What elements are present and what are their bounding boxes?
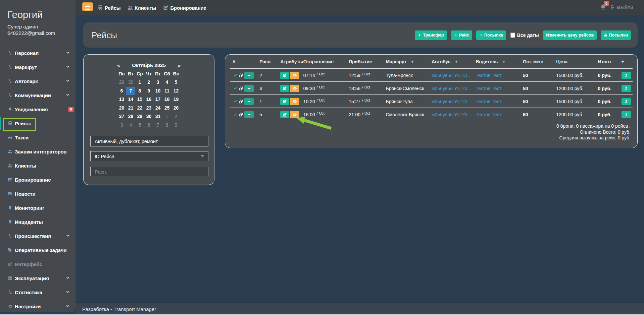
- sidebar-item-происшествия[interactable]: Происшествия: [0, 229, 76, 243]
- status-filter-select[interactable]: Активный, дубликат, ремонт: [90, 136, 208, 146]
- calendar-day[interactable]: 5: [171, 78, 181, 87]
- sidebar-item-эксплуатация[interactable]: Эксплуатация: [0, 271, 76, 285]
- calendar-day[interactable]: 10: [153, 87, 162, 96]
- row-levelup-button[interactable]: [622, 85, 631, 92]
- calendar-day[interactable]: 14: [126, 95, 135, 104]
- calendar-day[interactable]: 29: [135, 112, 144, 121]
- calendar-day[interactable]: 15: [135, 95, 144, 104]
- calendar-day[interactable]: 25: [162, 104, 171, 113]
- sidebar-item-рейсы[interactable]: Рейсы: [0, 116, 76, 130]
- calendar-day[interactable]: 21: [126, 104, 135, 113]
- driver-link[interactable]: Тестов Тест: [476, 112, 520, 117]
- row-add-button[interactable]: [244, 85, 254, 92]
- checkbox-box[interactable]: [510, 33, 515, 38]
- calendar-day[interactable]: 28: [126, 112, 135, 121]
- calendar-day[interactable]: 16: [144, 95, 153, 104]
- add-parcel-button[interactable]: Посылка: [476, 30, 506, 40]
- bus-link[interactable]: м056уе56 YUTON...: [432, 99, 473, 104]
- row-levelup-button[interactable]: [622, 111, 631, 118]
- calendar-day[interactable]: 1: [135, 78, 144, 87]
- calendar-day[interactable]: 12: [171, 87, 181, 96]
- calendar-day[interactable]: 23: [144, 104, 153, 113]
- sidebar-item-коммуникации[interactable]: Коммуникации: [0, 88, 76, 102]
- calendar-day[interactable]: 20: [117, 104, 126, 113]
- rasp-input[interactable]: [90, 167, 208, 176]
- view-trip-button[interactable]: [290, 98, 299, 105]
- nav-item-рейсы[interactable]: Рейсы: [98, 5, 120, 11]
- sidebar-item-бронирование[interactable]: Бронирование: [0, 173, 76, 187]
- view-trip-button[interactable]: [290, 111, 299, 118]
- calendar-day[interactable]: 3: [117, 121, 126, 130]
- bus-link[interactable]: м056уе56 YUTON...: [432, 112, 473, 117]
- calendar-day[interactable]: 11: [162, 87, 171, 96]
- sidebar-item-оперативные-задачи[interactable]: Оперативные задачи: [0, 243, 76, 257]
- sidebar-item-уведомления[interactable]: Уведомления0: [0, 102, 76, 116]
- parcels-button[interactable]: Посылки: [601, 30, 631, 40]
- edit-trip-button[interactable]: [280, 111, 289, 118]
- hamburger-menu-button[interactable]: [82, 2, 93, 11]
- edit-trip-button[interactable]: [280, 85, 289, 92]
- calendar-day[interactable]: 17: [153, 95, 162, 104]
- add-transfer-button[interactable]: Трансфер: [415, 30, 447, 40]
- calendar-day[interactable]: 2: [144, 78, 153, 87]
- calendar-day[interactable]: 7: [153, 121, 162, 130]
- row-add-button[interactable]: [244, 111, 254, 118]
- calendar-day[interactable]: 8: [135, 87, 144, 96]
- row-add-button[interactable]: [244, 98, 254, 105]
- calendar-next-button[interactable]: »: [174, 62, 181, 68]
- calendar-day[interactable]: 4: [162, 78, 171, 87]
- calendar-day[interactable]: 3: [153, 78, 162, 87]
- bus-link[interactable]: м056уе56 YUTON...: [432, 73, 473, 78]
- all-dates-checkbox[interactable]: Все даты: [510, 33, 539, 38]
- calendar-day-selected[interactable]: 7: [126, 87, 135, 96]
- bus-link[interactable]: м056уе56 YUTON...: [432, 86, 473, 91]
- add-trip-button[interactable]: Рейс: [451, 30, 472, 40]
- sidebar-item-клиенты[interactable]: Клиенты: [0, 159, 76, 173]
- sort-plus-icon[interactable]: [502, 60, 506, 64]
- view-trip-button[interactable]: [290, 85, 299, 92]
- sidebar-item-настройки[interactable]: Настройки: [0, 299, 76, 313]
- calendar-day[interactable]: 8: [162, 121, 171, 130]
- calendar-day[interactable]: 9: [144, 87, 153, 96]
- driver-link[interactable]: Тестов Тест: [476, 99, 520, 104]
- calendar-day[interactable]: 2: [171, 112, 181, 121]
- logout-button[interactable]: Выйти: [609, 4, 633, 10]
- nav-item-клиенты[interactable]: Клиенты: [128, 5, 156, 11]
- row-levelup-button[interactable]: [622, 72, 631, 79]
- edit-trip-button[interactable]: [280, 72, 289, 79]
- calendar-day[interactable]: 29: [117, 78, 126, 87]
- sidebar-item-персонал[interactable]: Персонал: [0, 46, 76, 60]
- sidebar-item-статистика[interactable]: Статистика: [0, 285, 76, 299]
- sidebar-item-мониторинг[interactable]: Мониторинг: [0, 201, 76, 215]
- calendar-day[interactable]: 19: [171, 95, 181, 104]
- sidebar-item-заявки-интеграторов[interactable]: Заявки интеграторов: [0, 144, 76, 159]
- calendar-day[interactable]: 24: [153, 104, 162, 113]
- trip-id-select[interactable]: ID Рейса: [90, 151, 208, 161]
- driver-link[interactable]: Тестов Тест: [476, 73, 520, 78]
- change-price-button[interactable]: Изменить цену рейсов: [543, 30, 597, 40]
- calendar-day[interactable]: 13: [117, 95, 126, 104]
- row-levelup-button[interactable]: [622, 98, 631, 105]
- calendar-day[interactable]: 6: [117, 87, 126, 96]
- calendar-day[interactable]: 5: [135, 121, 144, 130]
- calendar-day[interactable]: 18: [162, 95, 171, 104]
- calendar-prev-button[interactable]: «: [117, 62, 124, 68]
- sidebar-item-автопарк[interactable]: Автопарк: [0, 74, 76, 88]
- nav-item-бронирование[interactable]: Бронирование: [163, 5, 206, 11]
- sidebar-item-интерфейс[interactable]: Интерфейс: [0, 257, 76, 271]
- calendar-day[interactable]: 31: [153, 112, 162, 121]
- edit-trip-button[interactable]: [280, 98, 289, 105]
- view-trip-button[interactable]: [290, 72, 299, 79]
- calendar-day[interactable]: 26: [171, 104, 181, 113]
- sidebar-item-маршрут[interactable]: Маршрут: [0, 60, 76, 74]
- sidebar-item-такси[interactable]: Такси: [0, 130, 76, 144]
- calendar-day[interactable]: 27: [117, 112, 126, 121]
- sidebar-item-новости[interactable]: Новости: [0, 187, 76, 201]
- sidebar-item-инциденты[interactable]: Инциденты: [0, 215, 76, 229]
- calendar-day[interactable]: 9: [171, 121, 181, 130]
- driver-link[interactable]: Тестов Тест: [476, 86, 520, 91]
- calendar-day[interactable]: 4: [126, 121, 135, 130]
- row-add-button[interactable]: [244, 72, 254, 79]
- calendar-day[interactable]: 30: [126, 78, 135, 87]
- sort-plus-icon[interactable]: [454, 60, 458, 64]
